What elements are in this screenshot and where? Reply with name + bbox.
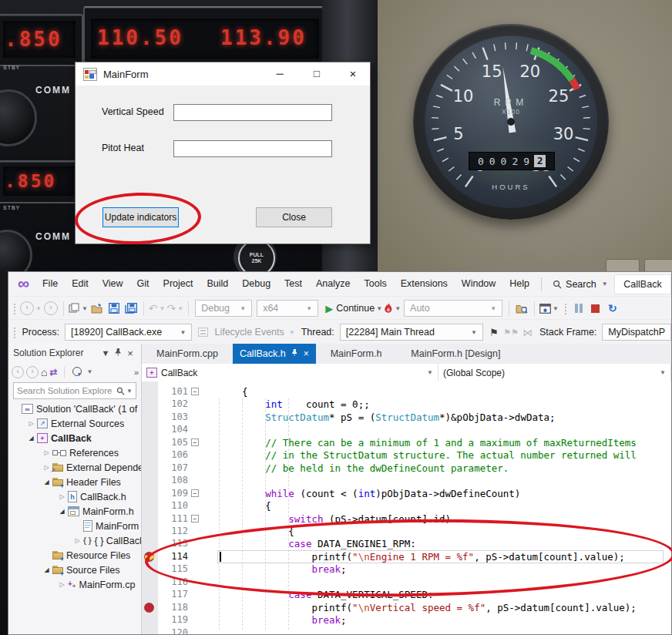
se-forward-button[interactable]: › <box>26 366 39 378</box>
code-line-105[interactable]: 105− // There can be a minimum of 1 and … <box>142 436 671 449</box>
se-overflow-icon[interactable]: » <box>134 368 138 377</box>
flag-thread-button[interactable]: ⚑ <box>486 323 502 341</box>
pin-icon[interactable] <box>291 348 298 359</box>
se-back-button[interactable]: ‹ <box>12 366 24 378</box>
menu-help[interactable]: Help <box>502 272 536 296</box>
window-position-menu-icon[interactable]: ▼ <box>99 348 112 358</box>
tree-item-callback[interactable]: ◢+CallBack <box>8 431 141 445</box>
expander-icon[interactable]: ◢ <box>58 508 66 515</box>
tree-item-references[interactable]: ▷References <box>8 445 141 460</box>
toolbar-grip[interactable] <box>564 303 567 314</box>
solution-configuration-combo[interactable]: Debug▼ <box>195 300 252 317</box>
tree-item-callback-h[interactable]: ▷hCallBack.h <box>8 489 141 504</box>
code-line-106[interactable]: 106 // in the StructDatum structure. The… <box>142 449 671 462</box>
tree-item-source-files[interactable]: ◢▼Source Files <box>8 563 141 577</box>
code-line-111[interactable]: 111− switch (pS->datum[count].id) <box>142 512 671 526</box>
watch-combo[interactable]: Auto▼ <box>404 300 502 317</box>
menu-extensions[interactable]: Extensions <box>394 272 455 296</box>
find-in-files-button[interactable] <box>514 299 529 318</box>
close-icon[interactable]: × <box>304 349 309 358</box>
expander-icon[interactable]: ▷ <box>58 581 66 588</box>
types-dropdown[interactable]: + CallBack ▼ <box>142 364 438 381</box>
tree-item-external-sources[interactable]: ▷↗External Sources <box>8 416 141 431</box>
window-layout-button[interactable]: ▼ <box>539 299 559 318</box>
code-line-117[interactable]: 117 case DATA_VERTICAL_SPEED: <box>142 588 671 601</box>
tree-item--callback[interactable]: ▷{ }{ } CallBack <box>8 533 141 548</box>
code-line-114[interactable]: 114 printf("\nEngine 1 RPM = %f", pS->da… <box>142 550 671 563</box>
code-line-107[interactable]: 107 // be held in the dwDefineCount para… <box>142 462 671 475</box>
code-line-118[interactable]: 118 printf("\nVertical speed = %f", pS->… <box>142 601 671 614</box>
tree-item-mainform-h[interactable]: ◢MainForm.h <box>8 504 141 519</box>
pending-changes-filter-button[interactable]: ▼ <box>71 367 83 378</box>
fold-toggle-icon[interactable]: − <box>191 438 199 446</box>
code-line-104[interactable]: 104 <box>142 423 671 436</box>
fold-toggle-icon[interactable]: − <box>191 515 199 522</box>
breakpoint-icon[interactable] <box>144 603 154 613</box>
save-all-button[interactable] <box>123 299 139 318</box>
continue-button[interactable]: ▶ Continue ▼ <box>325 299 382 318</box>
menu-analyze[interactable]: Analyze <box>309 272 357 296</box>
menu-window[interactable]: Window <box>455 272 502 296</box>
home-icon[interactable]: ⌂ <box>41 366 47 378</box>
solution-explorer-header[interactable]: Solution Explorer ▼ × <box>8 344 141 362</box>
redo-button[interactable]: ↷▼ <box>167 299 184 318</box>
expander-icon[interactable]: ▷ <box>73 537 82 544</box>
fold-toggle-icon[interactable]: − <box>191 388 199 395</box>
menu-view[interactable]: View <box>96 272 130 296</box>
menu-debug[interactable]: Debug <box>235 272 277 296</box>
menu-file[interactable]: File <box>35 272 65 296</box>
close-button[interactable]: × <box>341 66 365 82</box>
menu-git[interactable]: Git <box>130 272 156 296</box>
code-line-108[interactable]: 108 <box>142 474 671 487</box>
flagged-threads-button[interactable]: ⚑⚑ <box>503 323 519 341</box>
restart-button[interactable]: ↻ <box>605 299 620 318</box>
tree-item-mainform-cp[interactable]: ▷++MainForm.cp <box>8 577 141 592</box>
minimize-button[interactable]: ─ <box>268 66 291 82</box>
process-combo[interactable]: [18920] CallBack.exe▼ <box>65 324 192 341</box>
tree-item-mainform[interactable]: MainForm <box>8 519 141 533</box>
pitot-heat-input[interactable] <box>173 140 332 157</box>
parallel-stacks-button[interactable]: ⋈ <box>520 323 536 341</box>
close-dialog-button[interactable]: Close <box>256 207 332 227</box>
navigate-forward-button[interactable]: › <box>43 299 59 318</box>
code-line-112[interactable]: 112 { <box>142 525 671 538</box>
save-button[interactable] <box>106 299 122 318</box>
code-area[interactable]: 101− {102 int count = 0;;103 StructDatum… <box>142 381 671 634</box>
tree-item-resource-files[interactable]: ▼Resource Files <box>8 548 141 563</box>
code-line-110[interactable]: 110 { <box>142 499 671 512</box>
navigate-back-button[interactable]: ‹▼ <box>20 299 42 318</box>
hot-reload-button[interactable]: ▼ <box>384 299 401 318</box>
expander-icon[interactable]: ◢ <box>42 479 51 485</box>
code-line-120[interactable]: 120 <box>142 627 671 634</box>
code-line-119[interactable]: 119 break; <box>142 613 671 627</box>
menu-tools[interactable]: Tools <box>358 272 394 296</box>
expander-icon[interactable]: ◢ <box>27 435 35 442</box>
stack-frame-combo[interactable]: MyDispatchP <box>602 324 671 341</box>
tab-mainform-h[interactable]: MainForm.h <box>316 344 397 364</box>
solution-badge[interactable]: CallBack <box>614 274 671 294</box>
lifecycle-events-label[interactable]: Lifecycle Events <box>214 327 284 338</box>
vertical-speed-input[interactable] <box>173 104 332 121</box>
members-dropdown[interactable]: (Global Scope) ▼ <box>438 364 671 381</box>
code-line-103[interactable]: 103 StructDatum* pS = (StructDatum*)&pOb… <box>142 411 671 424</box>
expander-icon[interactable]: ◢ <box>42 566 51 573</box>
expander-icon[interactable]: ▷ <box>58 493 66 500</box>
stop-debugging-button[interactable] <box>588 299 603 318</box>
toolbar-grip[interactable] <box>13 303 16 314</box>
new-project-button[interactable]: ▼ <box>69 299 88 318</box>
tab-mainform-cpp[interactable]: MainForm.cpp <box>142 344 233 364</box>
solution-explorer-search[interactable]: Search Solution Explore ▼ <box>13 382 136 399</box>
pin-icon[interactable] <box>112 348 124 358</box>
tab-mainform-h-design-[interactable]: MainForm.h [Design] <box>396 344 515 364</box>
mainform-titlebar[interactable]: MainForm ─ □ × <box>76 62 370 86</box>
code-line-116[interactable]: 116 <box>142 576 671 589</box>
fold-toggle-icon[interactable]: − <box>191 489 199 497</box>
code-line-113[interactable]: 113 case DATA_ENGINE1_RPM: <box>142 537 671 550</box>
expander-icon[interactable]: ▷ <box>27 420 35 427</box>
tree-item-external-depende[interactable]: ▷↗External Depende <box>8 460 141 475</box>
tree-item-solution-callback-1-of[interactable]: ∞Solution 'CallBack' (1 of <box>8 401 141 416</box>
tab-callback-h[interactable]: CallBack.h× <box>233 344 316 364</box>
code-line-101[interactable]: 101− { <box>142 385 671 398</box>
undo-button[interactable]: ↶▼ <box>149 299 166 318</box>
tree-item-header-files[interactable]: ◢▼Header Files <box>8 475 141 489</box>
